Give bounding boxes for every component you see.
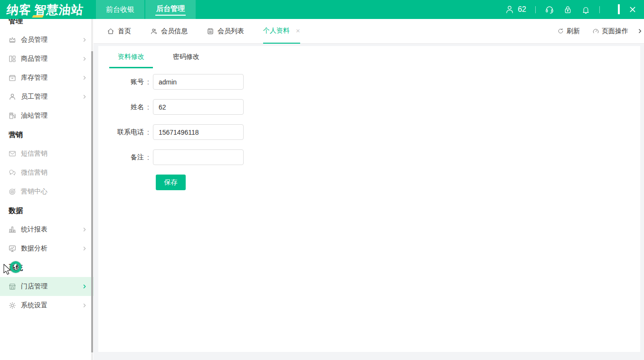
header-user[interactable]: 62 bbox=[505, 5, 526, 14]
sidebar-scrollbar-thumb[interactable] bbox=[91, 51, 93, 352]
tab-home[interactable]: 首页 bbox=[107, 19, 131, 44]
report-icon bbox=[8, 225, 17, 234]
analysis-icon bbox=[8, 244, 17, 253]
profile-form: 账号 : 姓名 : 联系电话 : 备注 : 保存 bbox=[98, 74, 640, 190]
chevron-right-icon bbox=[82, 303, 87, 308]
sidebar-item-store-manage[interactable]: 门店管理 bbox=[0, 277, 94, 296]
mouse-cursor bbox=[3, 264, 13, 276]
sidebar-item-marketing-center[interactable]: 营销中心 bbox=[0, 182, 94, 201]
header-right: 62 bbox=[505, 5, 644, 14]
page-tabbar: 首页 会员信息 会员列表 个人资料 × 刷新 页面操作 bbox=[94, 19, 644, 44]
store-icon bbox=[8, 282, 17, 291]
logo-secondary: 智慧油站 bbox=[34, 3, 84, 16]
staff-icon bbox=[8, 92, 17, 101]
close-icon[interactable]: × bbox=[296, 27, 300, 35]
sidebar-item-member-manage[interactable]: 会员管理 bbox=[0, 30, 94, 49]
remark-label: 备注 bbox=[98, 153, 144, 162]
home-icon bbox=[107, 28, 114, 35]
sidebar-section-marketing: 营销 bbox=[0, 125, 94, 144]
save-button[interactable]: 保存 bbox=[156, 175, 186, 190]
app-header: 纳客智慧油站 前台收银 后台管理 62 bbox=[0, 0, 644, 19]
page-ops-chevron-icon[interactable] bbox=[637, 28, 643, 34]
tab-member-info[interactable]: 会员信息 bbox=[150, 19, 188, 44]
chevron-right-icon bbox=[82, 75, 87, 81]
chevron-right-icon bbox=[82, 94, 87, 100]
phone-label: 联系电话 bbox=[98, 128, 144, 137]
lock-icon[interactable] bbox=[563, 5, 572, 14]
form-row-name: 姓名 : bbox=[98, 99, 640, 115]
logo-accent-mark bbox=[32, 15, 44, 18]
member-icon bbox=[150, 28, 158, 35]
gauge-icon bbox=[592, 28, 599, 35]
app-logo: 纳客智慧油站 bbox=[6, 2, 85, 18]
colon: : bbox=[147, 154, 149, 161]
sidebar-item-staff-manage[interactable]: 员工管理 bbox=[0, 87, 94, 106]
form-row-remark: 备注 : bbox=[98, 149, 640, 165]
profile-tabs: 资料修改 密码修改 bbox=[98, 46, 640, 68]
sidebar-item-statistics-report[interactable]: 统计报表 bbox=[0, 220, 94, 239]
crown-icon bbox=[8, 36, 17, 44]
name-label: 姓名 bbox=[98, 103, 144, 111]
sms-icon bbox=[8, 149, 17, 158]
goods-icon bbox=[8, 55, 17, 63]
tab-personal-profile[interactable]: 个人资料 × bbox=[263, 19, 300, 44]
chevron-right-icon bbox=[82, 246, 87, 251]
sidebar-section-data: 数据 bbox=[0, 201, 94, 220]
wechat-icon bbox=[8, 168, 17, 177]
refresh-icon bbox=[557, 28, 564, 35]
form-row-account: 账号 : bbox=[98, 74, 640, 90]
colon: : bbox=[147, 129, 149, 136]
chevron-right-icon bbox=[82, 37, 87, 43]
target-icon bbox=[8, 187, 17, 196]
sidebar-item-sms-marketing[interactable]: 短信营销 bbox=[0, 144, 94, 163]
headset-icon[interactable] bbox=[545, 5, 554, 14]
sidebar-item-inventory-manage[interactable]: 库存管理 bbox=[0, 68, 94, 87]
page-operations-button[interactable]: 页面操作 bbox=[592, 27, 628, 36]
remark-field[interactable] bbox=[153, 149, 244, 165]
inventory-icon bbox=[8, 74, 17, 82]
logo-primary: 纳客 bbox=[6, 3, 32, 16]
chevron-right-icon bbox=[82, 284, 87, 289]
account-field[interactable] bbox=[153, 74, 244, 90]
form-row-phone: 联系电话 : bbox=[98, 124, 640, 140]
header-nav: 前台收银 后台管理 bbox=[96, 0, 197, 19]
window-close-button[interactable] bbox=[629, 6, 636, 13]
user-count: 62 bbox=[518, 5, 526, 14]
list-icon bbox=[207, 28, 214, 35]
tab-profile-edit[interactable]: 资料修改 bbox=[109, 46, 153, 68]
settings-icon bbox=[8, 301, 17, 310]
sidebar-section-manage: 管理 bbox=[0, 19, 94, 30]
sidebar-item-wechat-marketing[interactable]: 微信营销 bbox=[0, 163, 94, 182]
sidebar-item-system-settings[interactable]: 系统设置 bbox=[0, 296, 94, 315]
tabbar-actions: 刷新 页面操作 bbox=[557, 27, 643, 36]
sidebar-item-goods-manage[interactable]: 商品管理 bbox=[0, 49, 94, 68]
tab-member-list[interactable]: 会员列表 bbox=[207, 19, 244, 44]
pump-icon bbox=[8, 111, 17, 120]
bell-icon[interactable] bbox=[581, 5, 590, 14]
sidebar-item-data-analysis[interactable]: 数据分析 bbox=[0, 239, 94, 258]
header-separator bbox=[599, 6, 600, 13]
window-maximize-button[interactable] bbox=[618, 5, 620, 14]
account-label: 账号 bbox=[98, 78, 144, 86]
tab-password-edit[interactable]: 密码修改 bbox=[164, 46, 208, 68]
sidebar-item-station-manage[interactable]: 油站管理 bbox=[0, 106, 94, 125]
content-card: 资料修改 密码修改 账号 : 姓名 : 联系电话 : 备注 : bbox=[98, 46, 640, 352]
nav-backend-manage-button[interactable]: 后台管理 bbox=[145, 0, 196, 19]
sidebar: 管理 会员管理 商品管理 库存管理 员工管理 油站管理 营销 bbox=[0, 19, 94, 360]
user-icon bbox=[505, 5, 514, 14]
nav-front-cashier-button[interactable]: 前台收银 bbox=[96, 0, 144, 19]
chevron-right-icon bbox=[82, 56, 87, 62]
phone-field[interactable] bbox=[153, 124, 244, 140]
name-field[interactable] bbox=[153, 99, 244, 115]
header-separator bbox=[535, 6, 536, 13]
refresh-button[interactable]: 刷新 bbox=[557, 27, 580, 36]
main-area: 首页 会员信息 会员列表 个人资料 × 刷新 页面操作 资 bbox=[94, 19, 644, 360]
chevron-right-icon bbox=[82, 227, 87, 232]
colon: : bbox=[147, 103, 149, 111]
colon: : bbox=[147, 78, 149, 86]
